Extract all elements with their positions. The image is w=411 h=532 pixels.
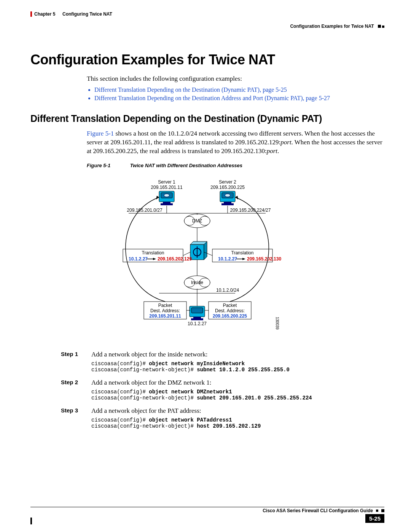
host-icon	[190, 306, 205, 320]
svg-text:10.1.2.27: 10.1.2.27	[129, 256, 148, 262]
step-text: Add a network object for the DMZ network…	[91, 379, 384, 387]
footer-square-small	[376, 510, 378, 512]
subsection-heading: Different Translation Depending on the D…	[30, 113, 384, 124]
packet-label-2: Packet	[223, 303, 237, 308]
translation-label-1: Translation	[142, 250, 164, 256]
cli-block: ciscoasa(config)# object network DMZnetw…	[91, 389, 384, 401]
step-label: Step 2	[61, 379, 84, 387]
p1-dest: 209.165.201.11	[149, 313, 181, 319]
step-row: Step 3Add a network object for the PAT a…	[30, 407, 384, 415]
svg-text:209.165.202.129: 209.165.202.129	[158, 256, 192, 262]
footer-accent-bar	[30, 518, 32, 524]
inside-label: Inside	[191, 280, 203, 285]
svg-rect-3	[163, 202, 170, 203]
figure-ref-link[interactable]: Figure 5-1	[87, 130, 114, 137]
svg-rect-40	[191, 308, 203, 313]
packet-label-1: Packet	[158, 303, 172, 308]
server2-name: Server 2	[219, 179, 236, 185]
dest-label-1: Dest. Address:	[150, 308, 180, 313]
asa-device-icon	[190, 241, 207, 260]
svg-rect-41	[193, 317, 201, 318]
footer-book-title: Cisco ASA Series Firewall CLI Configurat…	[263, 508, 373, 513]
svg-rect-9	[221, 203, 234, 205]
server2-icon	[220, 191, 235, 205]
server1-ip: 209.165.201.11	[151, 185, 183, 190]
server1-icon	[159, 191, 174, 205]
svg-point-2	[164, 194, 169, 197]
figure-title: Twice NAT with Different Destination Add…	[130, 163, 242, 168]
host-ip: 10.1.2.27	[188, 321, 207, 326]
net-right: 209.165.200.224/27	[230, 208, 271, 213]
intro-text: This section includes the following conf…	[87, 75, 384, 83]
svg-point-7	[225, 194, 230, 197]
svg-rect-42	[191, 318, 203, 320]
xref-link-2[interactable]: Different Translation Depending on the D…	[94, 95, 330, 101]
header-square-small	[382, 26, 384, 28]
step-row: Step 2Add a network object for the DMZ n…	[30, 379, 384, 387]
t2-dst: 209.165.202.130	[247, 256, 281, 262]
svg-rect-4	[161, 203, 173, 205]
svg-rect-8	[224, 202, 231, 203]
section-paragraph: Figure 5-1 shows a host on the 10.1.2.0/…	[87, 129, 384, 156]
t2-src: 10.1.2.27	[218, 256, 237, 262]
xref-link-1[interactable]: Different Translation Depending on the D…	[94, 86, 287, 93]
footer-square-large	[381, 509, 384, 512]
step-text: Add a network object for the PAT address…	[91, 407, 384, 415]
page-number: 5-25	[365, 514, 384, 523]
header-square-large	[378, 25, 381, 28]
section-breadcrumb: Configuration Examples for Twice NAT	[290, 24, 374, 29]
svg-text:10.1.2.27: 10.1.2.27	[218, 256, 237, 262]
server2-ip: 209.165.200.225	[210, 185, 245, 190]
cli-block: ciscoasa(config)# object network PATaddr…	[91, 417, 384, 429]
image-id: 130039	[275, 317, 279, 330]
p2-dest: 209.165.200.225	[213, 313, 247, 319]
page-heading: Configuration Examples for Twice NAT	[30, 52, 384, 68]
svg-line-32	[183, 252, 190, 256]
header-accent-bar	[30, 11, 32, 17]
figure-diagram: Server 1 209.165.201.11 Server 2 209.165…	[102, 172, 300, 332]
t1-dst: 209.165.202.129	[158, 256, 192, 262]
step-label: Step 1	[61, 351, 84, 358]
inside-net: 10.1.2.0/24	[216, 288, 239, 293]
translation-label-2: Translation	[231, 250, 254, 256]
server1-name: Server 1	[158, 179, 175, 185]
svg-marker-19	[204, 241, 207, 260]
t1-src: 10.1.2.27	[129, 256, 148, 262]
cli-block: ciscoasa(config)# object network myInsid…	[91, 361, 384, 373]
svg-text:209.165.202.130: 209.165.202.130	[247, 256, 281, 262]
figure-label: Figure 5-1	[87, 163, 129, 168]
step-text: Add a network object for the inside netw…	[91, 351, 384, 358]
chapter-title: Configuring Twice NAT	[62, 11, 112, 17]
dmz-label: DMZ	[192, 218, 202, 224]
step-label: Step 3	[61, 407, 84, 415]
dest-label-2: Dest. Address:	[215, 308, 245, 313]
chapter-label: Chapter 5	[34, 11, 55, 17]
net-left: 209.165.201.0/27	[127, 208, 162, 213]
step-row: Step 1Add a network object for the insid…	[30, 351, 384, 358]
